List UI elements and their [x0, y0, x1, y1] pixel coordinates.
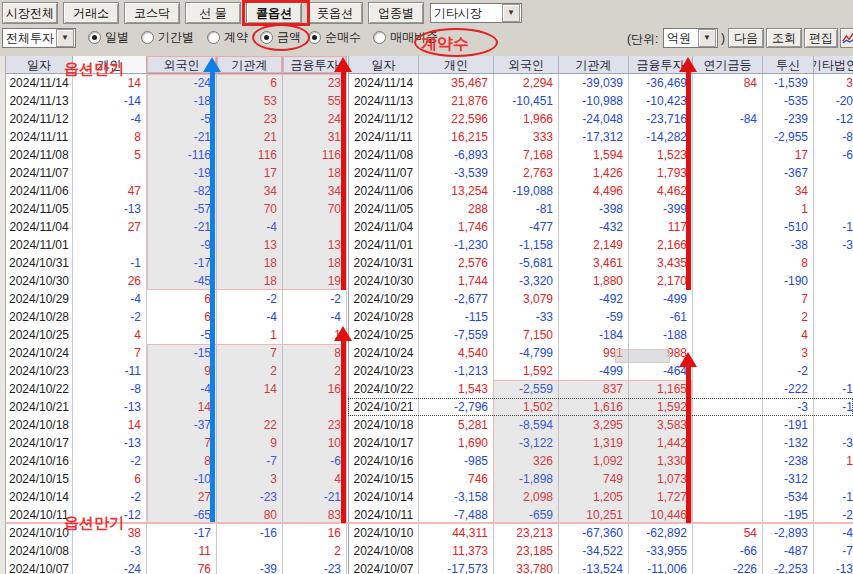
value-cell[interactable] — [814, 254, 853, 272]
value-cell[interactable]: -13 — [73, 398, 147, 416]
value-cell[interactable]: -10,451 — [494, 92, 559, 110]
date-cell[interactable]: 2024/11/06 — [349, 182, 419, 200]
value-cell[interactable]: -1,539 — [763, 74, 814, 92]
value-cell[interactable]: 1,543 — [419, 380, 494, 398]
date-cell[interactable]: 2024/11/01 — [349, 236, 419, 254]
value-cell[interactable] — [814, 470, 853, 488]
value-cell[interactable]: -11,006 — [629, 560, 693, 574]
date-cell[interactable]: 2024/11/04 — [349, 218, 419, 236]
value-cell[interactable]: -132 — [763, 434, 814, 452]
chevron-down-icon[interactable]: ▼ — [56, 29, 74, 47]
investor-select[interactable]: 전체투자자 ▼ — [2, 28, 76, 48]
chart-button[interactable] — [840, 28, 853, 48]
date-cell[interactable]: 2024/10/10 — [6, 524, 73, 542]
date-cell[interactable]: 2024/10/17 — [349, 434, 419, 452]
value-cell[interactable]: -985 — [419, 452, 494, 470]
value-cell[interactable] — [814, 200, 853, 218]
value-cell[interactable]: -14 — [73, 92, 147, 110]
date-cell[interactable]: 2024/11/07 — [6, 164, 73, 182]
value-cell[interactable]: -34,522 — [559, 542, 629, 560]
value-cell[interactable]: -2,677 — [419, 290, 494, 308]
value-cell[interactable] — [693, 470, 763, 488]
value-cell[interactable] — [693, 200, 763, 218]
date-cell[interactable]: 2024/11/14 — [6, 74, 73, 92]
value-cell[interactable] — [814, 416, 853, 434]
value-cell[interactable]: -5,681 — [494, 254, 559, 272]
period-radio-기간별[interactable] — [141, 31, 154, 44]
value-cell[interactable]: -1,230 — [419, 236, 494, 254]
date-cell[interactable]: 2024/10/24 — [349, 344, 419, 362]
value-cell[interactable] — [693, 416, 763, 434]
value-cell[interactable]: -239 — [763, 110, 814, 128]
tab-1[interactable]: 시장전체 — [2, 2, 58, 24]
date-cell[interactable]: 2024/10/22 — [349, 380, 419, 398]
value-cell[interactable]: 7,150 — [494, 326, 559, 344]
value-cell[interactable]: 35,467 — [419, 74, 494, 92]
value-cell[interactable]: 6 — [147, 308, 217, 326]
value-cell[interactable]: -61 — [629, 308, 693, 326]
date-cell[interactable]: 2024/10/17 — [6, 434, 73, 452]
date-cell[interactable]: 2024/10/29 — [6, 290, 73, 308]
date-cell[interactable]: 2024/10/29 — [349, 290, 419, 308]
value-cell[interactable]: -62,892 — [629, 524, 693, 542]
value-cell[interactable]: 2,763 — [494, 164, 559, 182]
value-cell[interactable]: -59 — [559, 308, 629, 326]
date-cell[interactable]: 2024/10/30 — [6, 272, 73, 290]
measure-radio-매매비중[interactable] — [373, 31, 386, 44]
value-cell[interactable]: 2,170 — [629, 272, 693, 290]
value-cell[interactable] — [693, 146, 763, 164]
value-cell[interactable]: -7 — [814, 542, 853, 560]
value-cell[interactable]: 11 — [147, 542, 217, 560]
date-cell[interactable]: 2024/11/08 — [349, 146, 419, 164]
value-cell[interactable]: 117 — [629, 218, 693, 236]
value-cell[interactable] — [814, 182, 853, 200]
unit-select[interactable]: 억원 ▼ — [663, 28, 718, 48]
date-cell[interactable]: 2024/10/08 — [349, 542, 419, 560]
value-cell[interactable] — [693, 164, 763, 182]
value-cell[interactable]: 6 — [147, 290, 217, 308]
date-cell[interactable]: 2024/11/08 — [6, 146, 73, 164]
value-cell[interactable] — [693, 452, 763, 470]
date-cell[interactable]: 2024/10/22 — [6, 380, 73, 398]
value-cell[interactable]: 7 — [73, 344, 147, 362]
value-cell[interactable] — [73, 236, 147, 254]
value-cell[interactable]: -2 — [763, 362, 814, 380]
value-cell[interactable]: -3 — [814, 236, 853, 254]
date-cell[interactable]: 2024/10/25 — [6, 326, 73, 344]
value-cell[interactable]: 8 — [763, 254, 814, 272]
date-cell[interactable]: 2024/11/01 — [6, 236, 73, 254]
date-cell[interactable]: 2024/11/12 — [349, 110, 419, 128]
value-cell[interactable]: -39 — [217, 560, 283, 574]
value-cell[interactable]: -4,799 — [494, 344, 559, 362]
value-cell[interactable]: -534 — [763, 488, 814, 506]
value-cell[interactable] — [814, 272, 853, 290]
value-cell[interactable]: 1,594 — [559, 146, 629, 164]
value-cell[interactable] — [217, 542, 283, 560]
value-cell[interactable]: -33,955 — [629, 542, 693, 560]
value-cell[interactable] — [693, 362, 763, 380]
date-cell[interactable]: 2024/10/15 — [349, 470, 419, 488]
value-cell[interactable]: 54 — [693, 524, 763, 542]
value-cell[interactable] — [814, 344, 853, 362]
date-cell[interactable]: 2024/11/13 — [6, 92, 73, 110]
value-cell[interactable]: -4 — [73, 110, 147, 128]
value-cell[interactable]: 2,294 — [494, 74, 559, 92]
date-cell[interactable]: 2024/11/12 — [6, 110, 73, 128]
tab-2[interactable]: 거래소 — [63, 2, 119, 24]
value-cell[interactable]: -6,893 — [419, 146, 494, 164]
value-cell[interactable]: -499 — [559, 362, 629, 380]
value-cell[interactable]: -367 — [763, 164, 814, 182]
value-cell[interactable] — [693, 182, 763, 200]
value-cell[interactable]: 27 — [73, 218, 147, 236]
value-cell[interactable] — [693, 128, 763, 146]
date-cell[interactable]: 2024/10/14 — [6, 488, 73, 506]
value-cell[interactable]: -67,360 — [559, 524, 629, 542]
value-cell[interactable]: -11 — [73, 362, 147, 380]
value-cell[interactable]: -23 — [283, 560, 347, 574]
value-cell[interactable]: -492 — [559, 290, 629, 308]
value-cell[interactable]: 1 — [763, 200, 814, 218]
value-cell[interactable]: 47 — [73, 182, 147, 200]
value-cell[interactable]: 2 — [283, 542, 347, 560]
value-cell[interactable]: -188 — [629, 326, 693, 344]
value-cell[interactable] — [814, 290, 853, 308]
